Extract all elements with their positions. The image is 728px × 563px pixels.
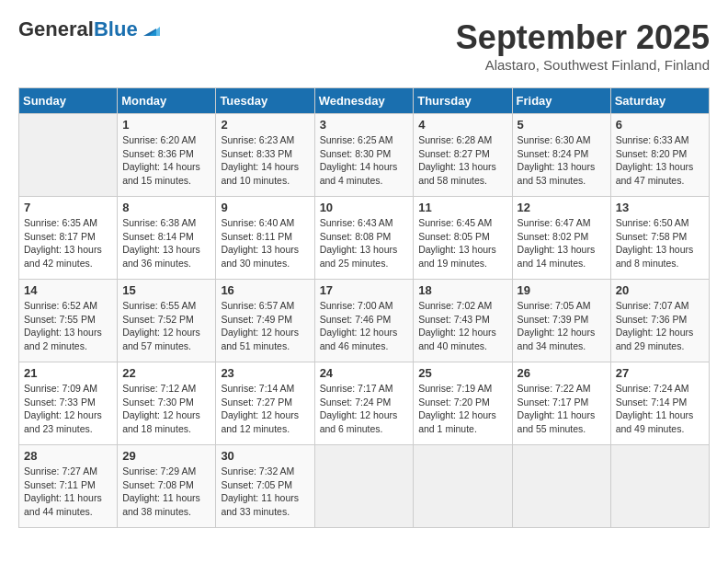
day-number: 28 bbox=[24, 449, 112, 463]
day-info: Sunrise: 7:12 AM Sunset: 7:30 PM Dayligh… bbox=[122, 382, 210, 436]
calendar-cell: 8Sunrise: 6:38 AM Sunset: 8:14 PM Daylig… bbox=[118, 197, 216, 280]
calendar-table: SundayMondayTuesdayWednesdayThursdayFrid… bbox=[18, 87, 710, 528]
day-info: Sunrise: 7:22 AM Sunset: 7:17 PM Dayligh… bbox=[518, 382, 606, 436]
day-of-week-header: Saturday bbox=[610, 88, 709, 114]
day-of-week-header: Wednesday bbox=[314, 88, 414, 114]
title-block: September 2025 Alastaro, Southwest Finla… bbox=[456, 18, 710, 73]
calendar-cell: 24Sunrise: 7:17 AM Sunset: 7:24 PM Dayli… bbox=[314, 362, 414, 445]
day-info: Sunrise: 7:14 AM Sunset: 7:27 PM Dayligh… bbox=[221, 382, 309, 436]
day-number: 3 bbox=[320, 118, 409, 132]
day-number: 15 bbox=[122, 283, 210, 297]
svg-marker-1 bbox=[149, 27, 160, 36]
day-info: Sunrise: 6:40 AM Sunset: 8:11 PM Dayligh… bbox=[221, 216, 309, 270]
day-number: 30 bbox=[221, 449, 309, 463]
calendar-cell: 19Sunrise: 7:05 AM Sunset: 7:39 PM Dayli… bbox=[512, 280, 610, 362]
day-info: Sunrise: 7:17 AM Sunset: 7:24 PM Dayligh… bbox=[320, 382, 409, 436]
day-number: 12 bbox=[518, 201, 606, 214]
page-header: GeneralBlue September 2025 Alastaro, Sou… bbox=[18, 18, 710, 73]
day-number: 11 bbox=[418, 201, 506, 214]
day-number: 13 bbox=[616, 201, 704, 214]
location: Alastaro, Southwest Finland, Finland bbox=[456, 57, 710, 73]
day-number: 8 bbox=[122, 201, 210, 214]
day-info: Sunrise: 7:27 AM Sunset: 7:11 PM Dayligh… bbox=[24, 465, 112, 519]
day-info: Sunrise: 7:32 AM Sunset: 7:05 PM Dayligh… bbox=[221, 465, 309, 519]
day-info: Sunrise: 7:07 AM Sunset: 7:36 PM Dayligh… bbox=[616, 299, 704, 353]
calendar-cell: 26Sunrise: 7:22 AM Sunset: 7:17 PM Dayli… bbox=[512, 362, 610, 445]
calendar-cell bbox=[19, 114, 118, 197]
day-of-week-header: Friday bbox=[512, 88, 610, 114]
day-number: 23 bbox=[221, 366, 309, 380]
calendar-cell: 9Sunrise: 6:40 AM Sunset: 8:11 PM Daylig… bbox=[216, 197, 314, 280]
day-number: 24 bbox=[320, 366, 409, 380]
day-info: Sunrise: 6:30 AM Sunset: 8:24 PM Dayligh… bbox=[518, 133, 606, 188]
logo-icon bbox=[140, 19, 160, 40]
day-number: 26 bbox=[518, 366, 606, 380]
day-info: Sunrise: 6:25 AM Sunset: 8:30 PM Dayligh… bbox=[320, 133, 409, 188]
day-number: 25 bbox=[418, 366, 506, 380]
day-info: Sunrise: 6:55 AM Sunset: 7:52 PM Dayligh… bbox=[122, 299, 210, 353]
calendar-cell: 15Sunrise: 6:55 AM Sunset: 7:52 PM Dayli… bbox=[118, 280, 216, 362]
day-info: Sunrise: 7:00 AM Sunset: 7:46 PM Dayligh… bbox=[320, 299, 409, 353]
day-number: 9 bbox=[221, 201, 309, 214]
day-number: 7 bbox=[24, 201, 112, 214]
calendar-cell: 1Sunrise: 6:20 AM Sunset: 8:36 PM Daylig… bbox=[118, 114, 216, 197]
calendar-cell bbox=[314, 445, 414, 528]
day-info: Sunrise: 6:57 AM Sunset: 7:49 PM Dayligh… bbox=[221, 299, 309, 353]
day-info: Sunrise: 6:52 AM Sunset: 7:55 PM Dayligh… bbox=[24, 299, 112, 353]
calendar-cell: 3Sunrise: 6:25 AM Sunset: 8:30 PM Daylig… bbox=[314, 114, 414, 197]
day-info: Sunrise: 6:47 AM Sunset: 8:02 PM Dayligh… bbox=[518, 216, 606, 270]
day-number: 19 bbox=[518, 283, 606, 297]
day-info: Sunrise: 7:19 AM Sunset: 7:20 PM Dayligh… bbox=[418, 382, 506, 436]
day-number: 4 bbox=[418, 118, 506, 132]
logo: GeneralBlue bbox=[18, 18, 160, 40]
calendar-cell: 25Sunrise: 7:19 AM Sunset: 7:20 PM Dayli… bbox=[414, 362, 512, 445]
calendar-week-row: 7Sunrise: 6:35 AM Sunset: 8:17 PM Daylig… bbox=[19, 197, 710, 280]
calendar-cell: 17Sunrise: 7:00 AM Sunset: 7:46 PM Dayli… bbox=[314, 280, 414, 362]
calendar-cell bbox=[414, 445, 512, 528]
day-number: 21 bbox=[24, 366, 112, 380]
month-title: September 2025 bbox=[456, 18, 710, 57]
day-number: 5 bbox=[518, 118, 606, 132]
day-info: Sunrise: 7:05 AM Sunset: 7:39 PM Dayligh… bbox=[518, 299, 606, 353]
day-number: 6 bbox=[616, 118, 704, 132]
day-number: 27 bbox=[616, 366, 704, 380]
day-number: 22 bbox=[122, 366, 210, 380]
calendar-cell: 23Sunrise: 7:14 AM Sunset: 7:27 PM Dayli… bbox=[216, 362, 314, 445]
day-number: 29 bbox=[122, 449, 210, 463]
calendar-cell: 14Sunrise: 6:52 AM Sunset: 7:55 PM Dayli… bbox=[19, 280, 118, 362]
calendar-week-row: 28Sunrise: 7:27 AM Sunset: 7:11 PM Dayli… bbox=[19, 445, 710, 528]
calendar-cell: 27Sunrise: 7:24 AM Sunset: 7:14 PM Dayli… bbox=[610, 362, 709, 445]
day-info: Sunrise: 6:35 AM Sunset: 8:17 PM Dayligh… bbox=[24, 216, 112, 270]
calendar-cell: 6Sunrise: 6:33 AM Sunset: 8:20 PM Daylig… bbox=[610, 114, 709, 197]
calendar-cell: 21Sunrise: 7:09 AM Sunset: 7:33 PM Dayli… bbox=[19, 362, 118, 445]
day-info: Sunrise: 6:50 AM Sunset: 7:58 PM Dayligh… bbox=[616, 216, 704, 270]
calendar-cell: 22Sunrise: 7:12 AM Sunset: 7:30 PM Dayli… bbox=[118, 362, 216, 445]
day-info: Sunrise: 7:02 AM Sunset: 7:43 PM Dayligh… bbox=[418, 299, 506, 353]
day-of-week-header: Tuesday bbox=[216, 88, 314, 114]
logo-text: GeneralBlue bbox=[18, 18, 138, 40]
day-number: 20 bbox=[616, 283, 704, 297]
day-info: Sunrise: 7:24 AM Sunset: 7:14 PM Dayligh… bbox=[616, 382, 704, 436]
calendar-cell bbox=[512, 445, 610, 528]
day-of-week-header: Monday bbox=[118, 88, 216, 114]
calendar-header-row: SundayMondayTuesdayWednesdayThursdayFrid… bbox=[19, 88, 710, 114]
day-number: 2 bbox=[221, 118, 309, 132]
calendar-cell: 7Sunrise: 6:35 AM Sunset: 8:17 PM Daylig… bbox=[19, 197, 118, 280]
day-info: Sunrise: 6:38 AM Sunset: 8:14 PM Dayligh… bbox=[122, 216, 210, 270]
day-info: Sunrise: 6:28 AM Sunset: 8:27 PM Dayligh… bbox=[418, 133, 506, 188]
calendar-cell: 30Sunrise: 7:32 AM Sunset: 7:05 PM Dayli… bbox=[216, 445, 314, 528]
calendar-cell: 18Sunrise: 7:02 AM Sunset: 7:43 PM Dayli… bbox=[414, 280, 512, 362]
day-info: Sunrise: 6:33 AM Sunset: 8:20 PM Dayligh… bbox=[616, 133, 704, 188]
calendar-week-row: 1Sunrise: 6:20 AM Sunset: 8:36 PM Daylig… bbox=[19, 114, 710, 197]
calendar-cell: 4Sunrise: 6:28 AM Sunset: 8:27 PM Daylig… bbox=[414, 114, 512, 197]
day-info: Sunrise: 6:20 AM Sunset: 8:36 PM Dayligh… bbox=[122, 133, 210, 188]
day-number: 17 bbox=[320, 283, 409, 297]
calendar-cell: 5Sunrise: 6:30 AM Sunset: 8:24 PM Daylig… bbox=[512, 114, 610, 197]
day-number: 1 bbox=[122, 118, 210, 132]
calendar-week-row: 21Sunrise: 7:09 AM Sunset: 7:33 PM Dayli… bbox=[19, 362, 710, 445]
day-number: 14 bbox=[24, 283, 112, 297]
calendar-cell: 2Sunrise: 6:23 AM Sunset: 8:33 PM Daylig… bbox=[216, 114, 314, 197]
calendar-cell: 16Sunrise: 6:57 AM Sunset: 7:49 PM Dayli… bbox=[216, 280, 314, 362]
calendar-cell: 20Sunrise: 7:07 AM Sunset: 7:36 PM Dayli… bbox=[610, 280, 709, 362]
calendar-cell: 11Sunrise: 6:45 AM Sunset: 8:05 PM Dayli… bbox=[414, 197, 512, 280]
